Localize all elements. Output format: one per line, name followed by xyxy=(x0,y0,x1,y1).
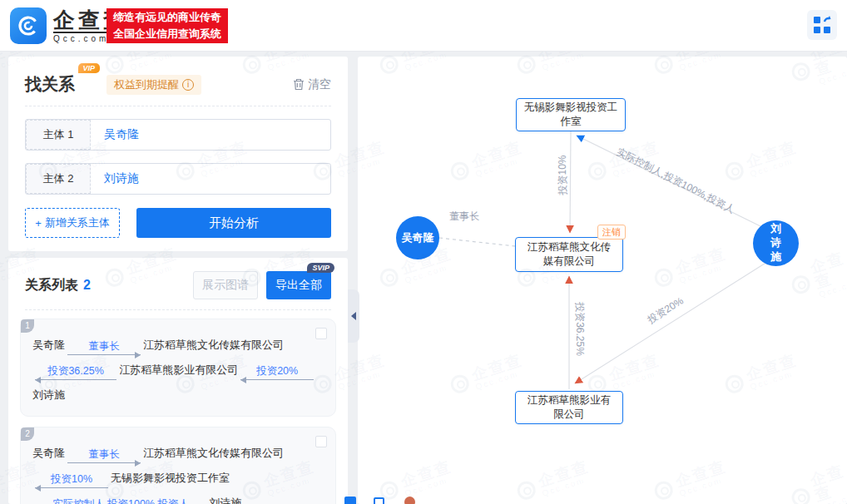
relation-list-item: 2吴奇隆董事长江苏稻草熊文化传媒有限公司投资10%无锡影舞影视投资工作室实际控制… xyxy=(20,427,336,504)
subject2-label: 主体 2 xyxy=(26,164,91,194)
chain-relation-label: 董事长 xyxy=(67,339,141,353)
qr-scan-icon[interactable] xyxy=(807,10,837,40)
chain-entity[interactable]: 无锡影舞影视投资工作室 xyxy=(111,472,230,484)
chain-relation-label: 投资10% xyxy=(35,472,108,487)
graph-node-person2[interactable]: 刘诗施 xyxy=(753,220,799,266)
top-header: 企查查 Qcc.com 缔造有远见的商业传奇 全国企业信用查询系统 xyxy=(0,0,847,52)
divider xyxy=(25,106,331,106)
arrow-right-icon: 董事长 xyxy=(67,339,141,355)
arrow-left-icon: 投资36.25% xyxy=(35,364,116,380)
edge-chairman xyxy=(439,238,515,246)
item-index-badge: 1 xyxy=(21,319,34,333)
plus-icon: + xyxy=(35,217,42,230)
trash-icon xyxy=(293,78,305,91)
chain-relation-label: 投资36.25% xyxy=(35,364,116,378)
export-all-label: 导出全部 xyxy=(275,278,322,291)
add-subject-label: 新增关系主体 xyxy=(45,215,110,230)
legend-company-swatch xyxy=(374,497,384,504)
expiry-notice-text: 权益到期提醒 xyxy=(114,77,179,92)
item-checkbox[interactable] xyxy=(315,436,327,447)
graph-node-person1[interactable]: 吴奇隆 xyxy=(396,216,439,259)
brand-slogan: 缔造有远见的商业传奇 全国企业信用查询系统 xyxy=(106,8,228,43)
subject1-label: 主体 1 xyxy=(26,120,91,150)
relation-list-item: 1吴奇隆董事长江苏稻草熊文化传媒有限公司投资36.25%江苏稻草熊影业有限公司投… xyxy=(20,319,336,417)
export-all-button[interactable]: 导出全部 SVIP xyxy=(266,271,331,299)
show-graph-button[interactable]: 展示图谱 xyxy=(193,271,258,299)
relation-list-panel: 关系列表 2 展示图谱 导出全部 SVIP 1吴奇隆董事长江苏稻草熊文化传媒有限… xyxy=(8,258,348,504)
arrow-left-icon: 实际控制人,投资100%,投资人 xyxy=(35,497,206,504)
expiry-notice[interactable]: 权益到期提醒 i xyxy=(106,75,201,95)
legend-person-swatch xyxy=(404,497,415,504)
relation-list: 1吴奇隆董事长江苏稻草熊文化传媒有限公司投资36.25%江苏稻草熊影业有限公司投… xyxy=(8,310,348,504)
arrow-left-icon: 投资20% xyxy=(240,364,314,380)
results-count: 2 xyxy=(83,278,91,293)
clear-label: 清空 xyxy=(308,77,331,92)
chain-entity[interactable]: 刘诗施 xyxy=(209,497,241,504)
clear-button[interactable]: 清空 xyxy=(293,77,331,92)
chain-entity[interactable]: 江苏稻草熊文化传媒有限公司 xyxy=(143,447,284,459)
graph-node-company-mid[interactable]: 江苏稻草熊文化传媒有限公司 xyxy=(515,237,623,272)
arrow-right-icon: 董事长 xyxy=(67,447,141,463)
legend-subject-swatch xyxy=(344,497,356,504)
edge-label-invest3625: 投资36.25% xyxy=(572,298,587,361)
svip-badge: SVIP xyxy=(307,263,334,273)
slogan-line2: 全国企业信用查询系统 xyxy=(113,26,221,42)
results-title: 关系列表 xyxy=(25,277,78,294)
chain-entity[interactable]: 吴奇隆 xyxy=(32,447,65,459)
find-relations-panel: 找关系 VIP 权益到期提醒 i 清空 主体 1 吴奇隆 主体 2 刘诗施 + … xyxy=(8,57,348,251)
item-checkbox[interactable] xyxy=(315,328,327,339)
chain-entity[interactable]: 吴奇隆 xyxy=(32,338,65,351)
chain-entity[interactable]: 刘诗施 xyxy=(32,388,65,401)
edge-label-invest10: 投资10% xyxy=(556,149,570,202)
chain-entity[interactable]: 江苏稻草熊文化传媒有限公司 xyxy=(143,338,284,351)
page-title: 找关系 VIP xyxy=(25,73,75,96)
subject2-input[interactable]: 刘诗施 xyxy=(91,164,330,194)
graph-node-company-bottom[interactable]: 江苏稻草熊影业有限公司 xyxy=(515,391,623,424)
subject1-field[interactable]: 主体 1 吴奇隆 xyxy=(25,119,331,151)
item-index-badge: 2 xyxy=(21,427,34,441)
info-icon: i xyxy=(182,79,194,91)
chain-relation-label: 投资20% xyxy=(240,364,314,378)
vip-badge: VIP xyxy=(78,63,100,73)
edge-invest10 xyxy=(570,131,571,233)
analyze-button[interactable]: 开始分析 xyxy=(136,208,331,238)
relation-graph-canvas[interactable]: 董事长 投资10% 投资36.25% 实际控制人,投资100%,投资人 投资20… xyxy=(358,57,847,504)
chain-relation-label: 董事长 xyxy=(67,447,141,462)
add-subject-button[interactable]: + 新增关系主体 xyxy=(25,208,120,238)
panel-collapse-handle[interactable] xyxy=(348,289,359,343)
collapse-arrow-icon xyxy=(351,312,356,320)
qcc-logo-icon xyxy=(10,7,47,44)
subject2-field[interactable]: 主体 2 刘诗施 xyxy=(25,163,331,195)
arrow-left-icon: 投资10% xyxy=(35,472,108,488)
subject1-input[interactable]: 吴奇隆 xyxy=(91,120,330,150)
edge-invest20 xyxy=(575,262,767,383)
edge-label-chairman: 董事长 xyxy=(441,210,488,224)
chain-entity[interactable]: 江苏稻草熊影业有限公司 xyxy=(119,363,238,376)
chain-relation-label: 实际控制人,投资100%,投资人 xyxy=(35,497,206,504)
status-badge-cancelled: 注销 xyxy=(597,225,626,240)
graph-node-company-top[interactable]: 无锡影舞影视投资工作室 xyxy=(516,98,626,131)
slogan-line1: 缔造有远见的商业传奇 xyxy=(113,9,221,26)
